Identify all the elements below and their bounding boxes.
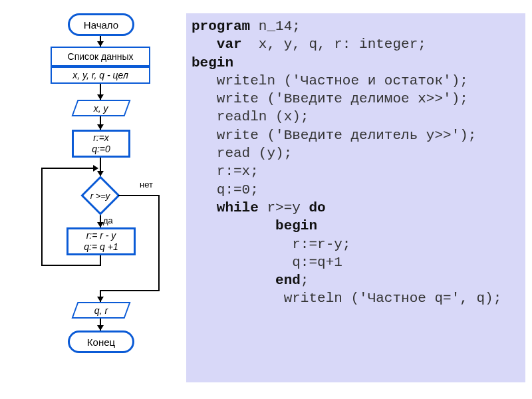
code-l1b: n_14; [250,19,301,34]
arrow-down-icon [97,124,104,130]
io-input: x, y [71,100,130,116]
rect-init: r:=x q:=0 [72,130,130,158]
output-label: q, r [94,305,108,316]
rect-vars: x, y, r, q - цел [51,66,150,84]
code-l9: r:=x; [192,164,259,179]
init-label: r:=x q:=0 [92,132,110,155]
label-no: нет [140,180,153,190]
vars-label: x, y, r, q - цел [72,70,128,80]
code-l14: q:=q+1 [192,255,342,270]
flowchart: Начало Список данных x, y, r, q - цел x,… [0,0,186,399]
arrow-down-icon [97,325,104,331]
code-l16: writeln ('Частное q=', q); [192,291,501,306]
code-l10: q:=0; [192,182,259,198]
code-l11b: r>=y [259,200,309,215]
kw-program: program [192,19,250,34]
line [100,290,160,291]
line [41,265,101,266]
kw-while: while [192,200,259,215]
io-output: q, r [71,302,130,319]
data-list-label: Список данных [68,51,134,62]
decision-cond: r >=y [80,176,120,215]
body-label: r:= r - y q:= q +1 [84,230,118,253]
code-l5: write ('Введите делимое x>>'); [192,91,468,106]
code-l4: writeln ('Частное и остаток'); [192,73,468,88]
end-label: Конец [87,336,115,348]
cond-label: r >=y [90,191,110,201]
code-l13: r:=r-y; [192,237,350,252]
arrow-down-icon [97,41,104,47]
line [41,168,43,266]
input-label: x, y [94,103,108,114]
kw-do: do [309,200,325,215]
line [118,195,160,196]
arrow-right-icon [93,165,98,172]
code-l15b: ; [301,273,309,288]
label-yes: да [103,215,113,225]
kw-var: var [192,37,242,52]
arrow-down-icon [97,297,104,302]
code-l6: readln (x); [192,109,309,124]
code-panel: program n_14; var x, y, q, r: integer; b… [186,13,525,382]
terminator-end: Конец [68,331,134,353]
rect-body: r:= r - y q:= q +1 [66,227,136,255]
line [158,195,160,291]
code-l8: read (y); [192,146,292,161]
kw-begin: begin [192,55,233,70]
rect-data-list: Список данных [51,47,150,66]
arrow-down-icon [97,94,104,100]
terminator-start: Начало [68,13,134,36]
code-l7: write ('Введите делитель y>>'); [192,128,476,143]
start-label: Начало [84,19,118,31]
kw-begin2: begin [192,218,317,233]
line [41,168,96,169]
kw-end: end [192,273,301,288]
code-l2b: x, y, q, r: integer; [242,37,426,52]
